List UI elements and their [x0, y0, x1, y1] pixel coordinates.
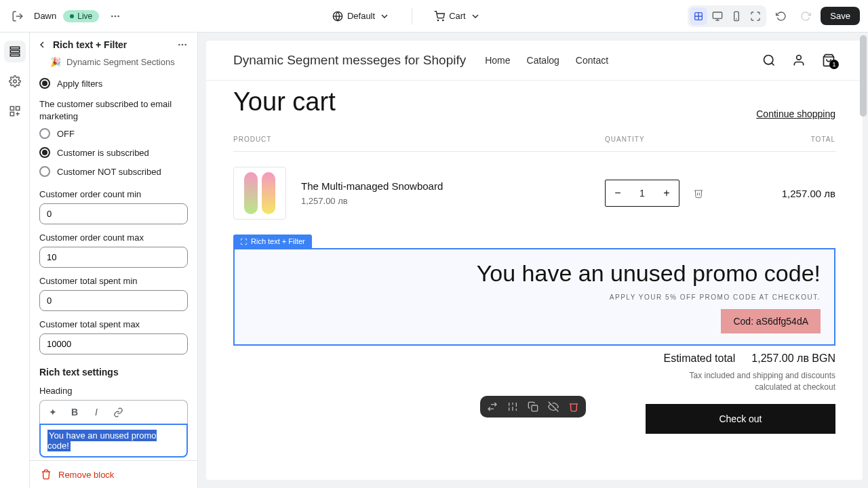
panel-subtitle: 🎉 Dynamic Segment Sections [30, 54, 197, 74]
rich-toolbar: ✦ B I [39, 400, 188, 424]
chevron-down-icon [379, 11, 390, 22]
sections-tab[interactable] [4, 41, 26, 62]
more-button[interactable] [106, 7, 125, 26]
settings-panel: Rich text + Filter 🎉 Dynamic Segment Sec… [30, 33, 198, 488]
svg-point-25 [184, 44, 186, 46]
save-button[interactable]: Save [821, 7, 860, 25]
live-badge: Live [63, 10, 99, 22]
remove-item-button[interactable] [693, 188, 704, 199]
panel-menu[interactable] [177, 39, 188, 50]
fullscreen-view[interactable] [747, 7, 764, 25]
mobile-view[interactable] [728, 7, 745, 25]
svg-rect-9 [713, 12, 722, 18]
heading-input[interactable]: You have an unused promo code! [39, 424, 188, 458]
cart-item-row: The Multi-managed Snowboard 1,257.00 лв … [233, 152, 835, 235]
continue-shopping-link[interactable]: Continue shopping [756, 108, 835, 119]
svg-rect-20 [10, 113, 14, 116]
preset-selector[interactable]: Default [327, 8, 395, 24]
cart-icon[interactable]: 1 [822, 54, 835, 67]
svg-rect-18 [10, 106, 14, 110]
rail-nav [0, 33, 30, 488]
account-icon[interactable] [792, 54, 806, 67]
undo-button[interactable] [772, 7, 791, 26]
move-icon[interactable] [487, 401, 498, 412]
duplicate-icon[interactable] [528, 401, 538, 412]
theme-name: Dawn [34, 11, 56, 21]
product-name: The Multi-managed Snowboard [301, 180, 605, 192]
radio-subscribed[interactable]: Customer is subscribed [39, 143, 188, 162]
apps-tab[interactable] [4, 100, 26, 122]
promo-block[interactable]: Rich text + Filter You have an unused pr… [233, 248, 835, 346]
redo-button[interactable] [796, 7, 815, 26]
nav-home[interactable]: Home [485, 55, 510, 66]
back-button[interactable] [37, 39, 47, 50]
svg-rect-40 [532, 405, 538, 411]
estimated-value: 1,257.00 лв BGN [751, 352, 835, 365]
estimated-label: Estimated total [663, 352, 735, 365]
settings-icon[interactable] [507, 401, 518, 412]
hide-icon[interactable] [548, 401, 559, 412]
rich-text-section: Rich text settings [39, 367, 188, 378]
product-image [233, 167, 286, 220]
qty-plus[interactable]: + [654, 187, 679, 199]
promo-subtext: APPLY YOUR 5% OFF PROMO CODE AT CHECKOUT… [248, 293, 821, 301]
checkout-button[interactable]: Check out [646, 404, 835, 434]
order-min-label: Customer order count min [39, 189, 188, 199]
theme-settings-tab[interactable] [4, 70, 26, 92]
svg-rect-14 [10, 47, 20, 49]
nav-catalog[interactable]: Catalog [527, 55, 559, 66]
site-nav: Home Catalog Contact [485, 55, 608, 66]
spent-min-input[interactable] [39, 290, 188, 311]
desktop-view[interactable] [709, 7, 726, 25]
email-group-label: The customer subscribed to email marketi… [39, 98, 188, 123]
svg-point-7 [443, 20, 443, 20]
radio-not-subscribed[interactable]: Customer NOT subscribed [39, 162, 188, 181]
svg-rect-16 [10, 54, 20, 56]
search-icon[interactable] [762, 54, 776, 67]
sparkle-icon: 🎉 [50, 57, 61, 67]
order-max-input[interactable] [39, 247, 188, 268]
svg-line-27 [772, 63, 774, 66]
svg-rect-12 [734, 12, 739, 20]
link-icon[interactable] [111, 405, 125, 420]
promo-code: Cod: aS6dfg54dA [721, 309, 821, 333]
topbar: Dawn Live Default Cart Save [0, 0, 868, 33]
trash-icon [41, 469, 52, 480]
spent-max-label: Customer total spent max [39, 319, 188, 329]
svg-point-26 [764, 56, 773, 64]
delete-icon[interactable] [568, 401, 579, 412]
device-bar [688, 5, 766, 27]
tax-note: Tax included and shipping and discounts … [659, 370, 835, 393]
spent-max-input[interactable] [39, 333, 188, 354]
ai-icon[interactable]: ✦ [45, 405, 60, 420]
radio-off[interactable]: OFF [39, 124, 188, 143]
preview-scrollbar[interactable] [860, 33, 868, 488]
remove-block-button[interactable]: Remove block [30, 460, 197, 488]
cart-heading: Your cart [233, 87, 336, 117]
site-title: Dynamic Segment messeges for Shopify [233, 53, 466, 68]
svg-point-3 [118, 15, 120, 17]
cart-preview-selector[interactable]: Cart [429, 8, 486, 24]
italic-icon[interactable]: I [89, 405, 104, 420]
svg-point-1 [111, 15, 113, 17]
order-max-label: Customer order count max [39, 232, 188, 243]
col-product: PRODUCT [233, 136, 605, 143]
svg-rect-15 [10, 51, 20, 53]
svg-point-2 [115, 15, 117, 17]
svg-rect-19 [16, 106, 19, 110]
qty-value: 1 [630, 188, 654, 199]
exit-button[interactable] [8, 7, 27, 26]
block-tag: Rich text + Filter [233, 235, 312, 248]
quantity-stepper: − 1 + [605, 180, 679, 207]
apply-filters-radio[interactable]: Apply filters [39, 74, 188, 93]
nav-contact[interactable]: Contact [576, 55, 608, 66]
promo-heading: You have an unused promo code! [248, 260, 821, 287]
bold-icon[interactable]: B [67, 405, 82, 420]
qty-minus[interactable]: − [606, 187, 630, 199]
block-toolbar [480, 396, 586, 418]
chevron-down-icon [470, 11, 481, 22]
svg-point-24 [182, 44, 184, 46]
order-min-input[interactable] [39, 203, 188, 224]
inspector-toggle[interactable] [690, 7, 707, 25]
svg-point-28 [797, 56, 802, 60]
